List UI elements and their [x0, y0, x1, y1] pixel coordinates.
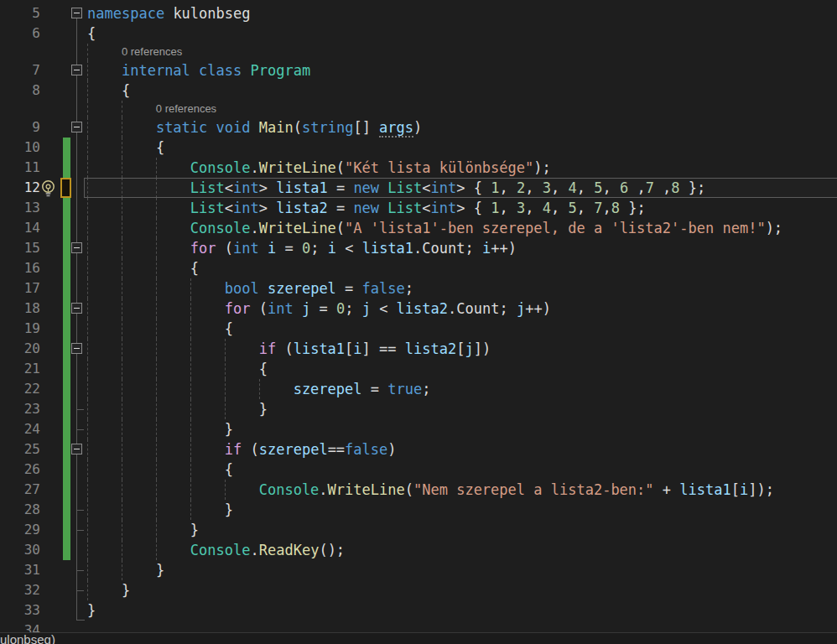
line-number: 24 — [0, 419, 40, 439]
code-text: } — [87, 419, 233, 439]
caret-gutter-marker — [60, 178, 71, 198]
code-line[interactable]: 8 { — [0, 80, 837, 101]
code-text: internal class Program — [87, 60, 310, 80]
code-line[interactable]: 7 internal class Program — [0, 60, 837, 80]
code-line[interactable]: 28 } — [0, 500, 837, 520]
code-text: { — [87, 138, 164, 158]
code-editor: 5namespace kulonbseg6{0 references7 inte… — [0, 0, 837, 644]
change-tracking-bar — [63, 138, 70, 560]
code-line[interactable]: 13 List<int> lista2 = new List<int> { 1,… — [0, 198, 837, 218]
code-text: } — [87, 520, 199, 540]
line-number: 29 — [0, 520, 40, 540]
code-line[interactable]: 30 Console.ReadKey(); — [0, 540, 837, 560]
code-text: static void Main(string[] args) — [87, 117, 422, 138]
line-number: 31 — [0, 560, 40, 580]
line-number: 26 — [0, 460, 40, 480]
fold-collapse-marker[interactable] — [71, 343, 82, 354]
code-line[interactable]: 21 { — [0, 359, 837, 379]
indent-guide — [87, 101, 88, 117]
line-number: 32 — [0, 580, 40, 600]
code-text: szerepel = true; — [87, 379, 430, 399]
code-line[interactable]: 25 if (szerepel==false) — [0, 439, 837, 460]
code-line[interactable]: 22 szerepel = true; — [0, 379, 837, 399]
line-number: 9 — [0, 117, 40, 138]
code-text: namespace kulonbseg — [87, 3, 251, 23]
code-line[interactable]: 11 Console.WriteLine("Két lista különbsé… — [0, 158, 837, 178]
fold-collapse-marker[interactable] — [71, 65, 82, 75]
code-line[interactable]: 14 Console.WriteLine("A 'lista1'-ben sze… — [0, 218, 837, 238]
code-text: for (int j = 0; j < lista2.Count; j++) — [87, 299, 551, 319]
code-text: { — [87, 258, 199, 278]
line-number: 33 — [0, 600, 40, 621]
code-text: Console.ReadKey(); — [87, 540, 345, 560]
code-line[interactable]: 9 static void Main(string[] args) — [0, 117, 837, 138]
fold-collapse-marker[interactable] — [71, 444, 82, 454]
code-line[interactable]: 20 if (lista1[i] == lista2[j]) — [0, 339, 837, 359]
line-number: 22 — [0, 379, 40, 399]
line-number: 18 — [0, 299, 40, 319]
codelens-row[interactable]: 0 references — [0, 101, 837, 117]
code-text: } — [87, 580, 130, 600]
line-number: 21 — [0, 359, 40, 379]
fold-collapse-marker[interactable] — [71, 303, 82, 314]
fold-region-end-tick — [77, 429, 84, 430]
fold-region-end-tick — [77, 510, 84, 511]
code-line[interactable]: 33} — [0, 600, 837, 621]
codelens-references-link[interactable]: 0 references — [156, 101, 216, 117]
code-text: { — [87, 319, 233, 339]
line-number: 23 — [0, 399, 40, 419]
line-number: 13 — [0, 198, 40, 218]
code-line[interactable]: 5namespace kulonbseg — [0, 3, 837, 23]
line-number: 11 — [0, 158, 40, 178]
code-text: bool szerepel = false; — [87, 278, 413, 299]
code-text: Console.WriteLine("Nem szerepel a lista2… — [87, 480, 774, 500]
code-line[interactable]: 24 } — [0, 419, 837, 439]
fold-region-end-tick — [77, 570, 84, 571]
code-text: } — [87, 399, 268, 419]
code-text: List<int> lista1 = new List<int> { 1, 2,… — [87, 178, 705, 198]
indent-guide — [122, 101, 122, 117]
code-line[interactable]: 27 Console.WriteLine("Nem szerepel a lis… — [0, 480, 837, 500]
fold-collapse-marker[interactable] — [71, 8, 82, 18]
fold-region-end-tick — [77, 409, 84, 410]
fold-collapse-marker[interactable] — [71, 122, 82, 132]
code-text: } — [87, 600, 96, 621]
code-line[interactable]: 12 List<int> lista1 = new List<int> { 1,… — [0, 178, 837, 198]
fold-collapse-marker[interactable] — [71, 242, 82, 253]
code-text: Console.WriteLine("A 'lista1'-ben szerep… — [87, 218, 782, 238]
code-line[interactable]: 26 { — [0, 460, 837, 480]
bottom-panel-strip: ulonbseg) — [0, 632, 837, 644]
code-text: Console.WriteLine("Két lista különbsége"… — [87, 158, 551, 178]
code-line[interactable]: 6{ — [0, 23, 837, 44]
codelens-row[interactable]: 0 references — [0, 44, 837, 60]
line-number: 5 — [0, 3, 40, 23]
code-line[interactable]: 19 { — [0, 319, 837, 339]
code-line[interactable]: 32 } — [0, 580, 837, 600]
codelens-references-link[interactable]: 0 references — [122, 44, 182, 60]
line-number: 20 — [0, 339, 40, 359]
editor-rows: 5namespace kulonbseg6{0 references7 inte… — [0, 0, 837, 641]
code-text: { — [87, 80, 130, 101]
code-line[interactable]: 16 { — [0, 258, 837, 278]
line-number: 14 — [0, 218, 40, 238]
quick-actions-lightbulb-icon[interactable] — [39, 179, 58, 203]
code-text: List<int> lista2 = new List<int> { 1, 3,… — [87, 198, 646, 218]
code-text: } — [87, 560, 164, 580]
line-number: 27 — [0, 480, 40, 500]
code-line[interactable]: 15 for (int i = 0; i < lista1.Count; i++… — [0, 238, 837, 258]
line-number: 10 — [0, 138, 40, 158]
code-line[interactable]: 10 { — [0, 138, 837, 158]
code-text: if (lista1[i] == lista2[j]) — [87, 339, 491, 359]
line-number: 8 — [0, 80, 40, 101]
code-text: { — [87, 460, 233, 480]
line-number: 15 — [0, 238, 40, 258]
code-line[interactable]: 29 } — [0, 520, 837, 540]
code-line[interactable]: 17 bool szerepel = false; — [0, 278, 837, 299]
code-line[interactable]: 31 } — [0, 560, 837, 580]
line-number: 25 — [0, 439, 40, 460]
code-text: for (int i = 0; i < lista1.Count; i++) — [87, 238, 517, 258]
indent-guide — [87, 44, 88, 60]
code-line[interactable]: 23 } — [0, 399, 837, 419]
code-text: } — [87, 500, 233, 520]
code-line[interactable]: 18 for (int j = 0; j < lista2.Count; j++… — [0, 299, 837, 319]
